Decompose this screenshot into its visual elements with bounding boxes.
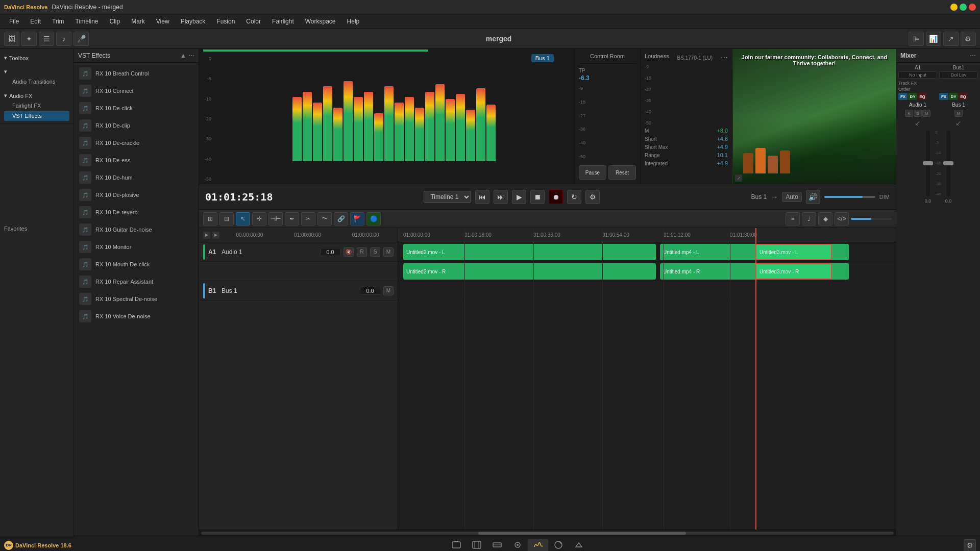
maximize-button[interactable] bbox=[960, 4, 967, 11]
waveform-btn[interactable]: ⊟ bbox=[219, 212, 234, 226]
fairlight-fx-item[interactable]: Fairlight FX bbox=[4, 101, 69, 111]
toolbox-header[interactable]: ▾ Toolbox bbox=[4, 53, 69, 63]
smooth-btn[interactable]: 〜 bbox=[317, 212, 332, 226]
volume-slider[interactable] bbox=[824, 196, 875, 198]
toolbar-list-btn[interactable]: ☰ bbox=[39, 32, 54, 46]
effect-item[interactable]: 🎵 RX 10 Mouth De-click bbox=[76, 256, 197, 273]
effect-item[interactable]: 🎵 RX 10 De-hum bbox=[76, 169, 197, 186]
menu-trim[interactable]: Trim bbox=[47, 16, 69, 27]
flag-btn[interactable]: 🚩 bbox=[350, 212, 364, 226]
menu-timeline[interactable]: Timeline bbox=[70, 16, 104, 27]
m-btn-a1[interactable]: M bbox=[922, 110, 930, 117]
effect-item[interactable]: 🎵 RX 10 De-plosive bbox=[76, 186, 197, 204]
dy-btn-a1[interactable]: DY bbox=[908, 93, 917, 100]
add-edit-btn[interactable]: ✛ bbox=[252, 212, 266, 226]
effect-item[interactable]: 🎵 RX 10 De-click bbox=[76, 99, 197, 117]
preview-expand-icon[interactable]: ⤢ bbox=[735, 174, 742, 182]
track-record-btn[interactable]: R bbox=[357, 247, 367, 257]
fader-a1[interactable] bbox=[926, 130, 930, 196]
menu-mark[interactable]: Mark bbox=[126, 16, 150, 27]
audio-fx-header[interactable]: ▾ Audio FX bbox=[4, 91, 69, 101]
menu-workspace[interactable]: Workspace bbox=[300, 16, 341, 27]
track-solo-btn[interactable]: S bbox=[370, 247, 380, 257]
toolbar-effects-btn[interactable]: ✦ bbox=[21, 32, 37, 46]
toolbar-meters-btn[interactable]: 📊 bbox=[926, 32, 941, 46]
effect-item[interactable]: 🎵 RX 10 Guitar De-noise bbox=[76, 221, 197, 238]
link-btn[interactable]: 🔗 bbox=[334, 212, 348, 226]
k-btn-a1[interactable]: K bbox=[905, 110, 913, 117]
toolbar-media-btn[interactable]: 🖼 bbox=[4, 32, 19, 46]
track-mute-btn[interactable]: M bbox=[383, 247, 394, 257]
tab-media[interactable] bbox=[446, 539, 467, 552]
clip-untitled2-l[interactable]: Untitled2.mov - L bbox=[403, 244, 656, 260]
s-btn-a1[interactable]: S bbox=[914, 110, 922, 117]
track-options-btn[interactable]: ▶ bbox=[212, 232, 219, 239]
toolbar-mic-btn[interactable]: 🎤 bbox=[74, 32, 89, 46]
effect-item[interactable]: 🎵 RX 10 De-clip bbox=[76, 117, 197, 134]
tab-color[interactable] bbox=[548, 539, 569, 552]
effect-item[interactable]: 🎵 RX 10 De-ess bbox=[76, 152, 197, 169]
options-button[interactable]: ⚙ bbox=[585, 190, 600, 204]
zoom-slider[interactable] bbox=[851, 218, 892, 220]
input-no-input[interactable]: No Input bbox=[898, 71, 937, 79]
menu-fusion[interactable]: Fusion bbox=[211, 16, 240, 27]
timeline-select[interactable]: Timeline 1 bbox=[424, 191, 471, 203]
tab-edit[interactable] bbox=[487, 539, 507, 552]
eq-btn-bus1[interactable]: EQ bbox=[959, 93, 968, 100]
tab-fairlight[interactable] bbox=[528, 539, 548, 552]
audio-transitions-header[interactable]: ▾ bbox=[4, 67, 69, 77]
keyframe-btn[interactable]: ◆ bbox=[818, 212, 832, 226]
marker-color-btn[interactable]: 🔵 bbox=[366, 212, 381, 226]
effect-item[interactable]: 🎵 RX 10 Repair Assistant bbox=[76, 273, 197, 290]
stop-button[interactable]: ⏹ bbox=[530, 190, 545, 204]
bottom-settings-btn[interactable]: ⚙ bbox=[964, 539, 976, 552]
menu-view[interactable]: View bbox=[151, 16, 175, 27]
tab-fusion[interactable] bbox=[507, 539, 528, 552]
effect-item[interactable]: 🎵 RX 10 Monitor bbox=[76, 238, 197, 256]
bus-volume-input[interactable] bbox=[360, 287, 380, 295]
rewind-button[interactable]: ⏮ bbox=[475, 190, 489, 204]
fx-btn-bus1[interactable]: FX bbox=[939, 93, 948, 100]
tab-cut[interactable] bbox=[467, 539, 487, 552]
toolbar-music-btn[interactable]: ♪ bbox=[56, 32, 71, 46]
m-btn-bus1[interactable]: M bbox=[954, 110, 963, 117]
toolbar-mixer-btn[interactable]: ⊫ bbox=[909, 32, 924, 46]
effect-item[interactable]: 🎵 RX 10 Voice De-noise bbox=[76, 308, 197, 325]
effects-dots-btn[interactable]: ⋯ bbox=[188, 52, 194, 59]
fast-forward-button[interactable]: ⏭ bbox=[494, 190, 508, 204]
menu-edit[interactable]: Edit bbox=[25, 16, 46, 27]
clip-untitled2-r[interactable]: Untitled2.mov - R bbox=[403, 263, 656, 280]
mixer-options-btn[interactable]: ⋯ bbox=[970, 52, 976, 59]
volume-icon[interactable]: 🔊 bbox=[806, 190, 820, 204]
menu-playback[interactable]: Playback bbox=[176, 16, 211, 27]
trim-btn[interactable]: ⊣⊢ bbox=[268, 212, 283, 226]
cursor-btn[interactable]: ↖ bbox=[236, 212, 250, 226]
grid-view-btn[interactable]: ⊞ bbox=[203, 212, 217, 226]
menu-color[interactable]: Color bbox=[241, 16, 266, 27]
effect-item[interactable]: 🎵 RX 10 De-crackle bbox=[76, 134, 197, 152]
effect-item[interactable]: 🎵 RX 10 Breath Control bbox=[76, 65, 197, 82]
input-dol-lev[interactable]: Dol Lev bbox=[939, 71, 978, 79]
tempo-btn[interactable]: ♩ bbox=[802, 212, 816, 226]
minimize-button[interactable] bbox=[950, 4, 958, 11]
fader-bus1[interactable] bbox=[946, 130, 950, 196]
toolbar-settings-btn[interactable]: ⚙ bbox=[961, 32, 976, 46]
fx-btn-a1[interactable]: FX bbox=[898, 93, 908, 100]
collapse-tracks-btn[interactable]: ▶ bbox=[203, 232, 210, 239]
menu-fairlight[interactable]: Fairlight bbox=[267, 16, 299, 27]
toolbar-send-btn[interactable]: ↗ bbox=[943, 32, 959, 46]
effect-item[interactable]: 🎵 RX 10 De-reverb bbox=[76, 204, 197, 221]
close-button[interactable] bbox=[969, 4, 976, 11]
menu-help[interactable]: Help bbox=[342, 16, 365, 27]
code-btn[interactable]: </> bbox=[835, 212, 849, 226]
menu-file[interactable]: File bbox=[4, 16, 24, 27]
cut-btn[interactable]: ✂ bbox=[301, 212, 315, 226]
effect-item[interactable]: 🎵 RX 10 Spectral De-noise bbox=[76, 290, 197, 308]
timeline-scrollbar[interactable] bbox=[478, 532, 686, 535]
audio-transitions-item[interactable]: Audio Transitions bbox=[4, 77, 69, 87]
pause-button[interactable]: Pause bbox=[579, 165, 606, 180]
play-button[interactable]: ▶ bbox=[512, 190, 526, 204]
eq-btn-a1[interactable]: EQ bbox=[918, 93, 927, 100]
bus-mute-btn[interactable]: M bbox=[383, 286, 394, 295]
clip-untitled3-r[interactable]: Untitled3.mov - R bbox=[755, 263, 832, 280]
